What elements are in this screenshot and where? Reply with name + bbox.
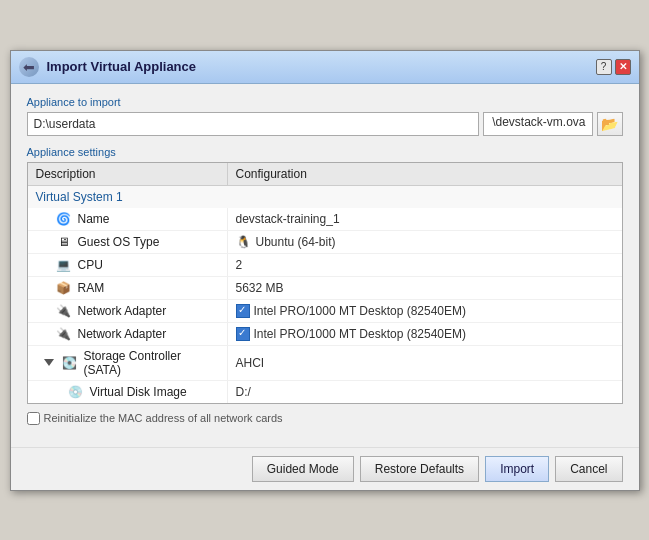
table-row: 🔌 Network Adapter Intel PRO/1000 MT Desk… bbox=[28, 300, 622, 323]
mac-checkbox-label: Reinitialize the MAC address of all netw… bbox=[44, 412, 283, 424]
os-icon: 🖥 bbox=[56, 234, 72, 250]
ubuntu-icon: 🐧 bbox=[236, 234, 252, 250]
ram-value: 5632 MB bbox=[236, 281, 284, 295]
row-label-name: Name bbox=[78, 212, 110, 226]
row-desc-vdisk: 💿 Virtual Disk Image bbox=[28, 381, 228, 403]
row-conf-os: 🐧 Ubuntu (64-bit) bbox=[228, 231, 622, 253]
table-row: 📦 RAM 5632 MB bbox=[28, 277, 622, 300]
virtual-system-label: Virtual System 1 bbox=[28, 186, 622, 208]
ram-icon: 📦 bbox=[56, 280, 72, 296]
vdisk-value: D:/ bbox=[236, 385, 251, 399]
guided-mode-button[interactable]: Guided Mode bbox=[252, 456, 354, 482]
row-desc-os: 🖥 Guest OS Type bbox=[28, 231, 228, 253]
cancel-button[interactable]: Cancel bbox=[555, 456, 622, 482]
dialog-title: Import Virtual Appliance bbox=[47, 59, 588, 74]
table-row: 🔌 Network Adapter Intel PRO/1000 MT Desk… bbox=[28, 323, 622, 346]
appliance-settings-label: Appliance settings bbox=[27, 146, 623, 158]
import-button[interactable]: Import bbox=[485, 456, 549, 482]
cpu-value: 2 bbox=[236, 258, 243, 272]
import-dialog: ⬅ Import Virtual Appliance ? ✕ Appliance… bbox=[10, 50, 640, 491]
row-conf-net2: Intel PRO/1000 MT Desktop (82540EM) bbox=[228, 324, 622, 344]
dialog-content: Appliance to import \devstack-vm.ova 📂 A… bbox=[11, 84, 639, 447]
help-button[interactable]: ? bbox=[596, 59, 612, 75]
table-row: 🌀 Name devstack-training_1 bbox=[28, 208, 622, 231]
storage-icon: 💽 bbox=[62, 355, 78, 371]
net1-icon: 🔌 bbox=[56, 303, 72, 319]
vdisk-icon: 💿 bbox=[68, 384, 84, 400]
name-icon: 🌀 bbox=[56, 211, 72, 227]
net1-checkbox[interactable] bbox=[236, 304, 250, 318]
row-label-net1: Network Adapter bbox=[78, 304, 167, 318]
row-conf-cpu: 2 bbox=[228, 255, 622, 275]
row-conf-ram: 5632 MB bbox=[228, 278, 622, 298]
table-row: 🖥 Guest OS Type 🐧 Ubuntu (64-bit) bbox=[28, 231, 622, 254]
mac-checkbox-row: Reinitialize the MAC address of all netw… bbox=[27, 412, 623, 425]
title-bar-buttons: ? ✕ bbox=[596, 59, 631, 75]
row-desc-net2: 🔌 Network Adapter bbox=[28, 323, 228, 345]
row-label-cpu: CPU bbox=[78, 258, 103, 272]
dialog-icon: ⬅ bbox=[19, 57, 39, 77]
row-conf-net1: Intel PRO/1000 MT Desktop (82540EM) bbox=[228, 301, 622, 321]
os-value: Ubuntu (64-bit) bbox=[256, 235, 336, 249]
row-label-net2: Network Adapter bbox=[78, 327, 167, 341]
expand-icon bbox=[44, 359, 54, 366]
row-conf-storage: AHCI bbox=[228, 353, 622, 373]
row-label-os: Guest OS Type bbox=[78, 235, 160, 249]
cpu-icon: 💻 bbox=[56, 257, 72, 273]
net1-value: Intel PRO/1000 MT Desktop (82540EM) bbox=[254, 304, 467, 318]
row-label-ram: RAM bbox=[78, 281, 105, 295]
table-row: 💽 Storage Controller (SATA) AHCI bbox=[28, 346, 622, 381]
bottom-bar: Guided Mode Restore Defaults Import Canc… bbox=[11, 447, 639, 490]
name-value: devstack-training_1 bbox=[236, 212, 340, 226]
net2-value: Intel PRO/1000 MT Desktop (82540EM) bbox=[254, 327, 467, 341]
col-description-header: Description bbox=[28, 163, 228, 185]
file-row: \devstack-vm.ova 📂 bbox=[27, 112, 623, 136]
row-desc-ram: 📦 RAM bbox=[28, 277, 228, 299]
table-header: Description Configuration bbox=[28, 163, 622, 186]
file-path-input[interactable] bbox=[27, 112, 479, 136]
storage-value: AHCI bbox=[236, 356, 265, 370]
table-row: 💻 CPU 2 bbox=[28, 254, 622, 277]
restore-defaults-button[interactable]: Restore Defaults bbox=[360, 456, 479, 482]
row-desc-net1: 🔌 Network Adapter bbox=[28, 300, 228, 322]
net2-checkbox[interactable] bbox=[236, 327, 250, 341]
close-button[interactable]: ✕ bbox=[615, 59, 631, 75]
row-desc-storage: 💽 Storage Controller (SATA) bbox=[28, 346, 228, 380]
row-desc-name: 🌀 Name bbox=[28, 208, 228, 230]
col-configuration-header: Configuration bbox=[228, 163, 622, 185]
row-label-storage: Storage Controller (SATA) bbox=[84, 349, 219, 377]
row-desc-cpu: 💻 CPU bbox=[28, 254, 228, 276]
row-label-vdisk: Virtual Disk Image bbox=[90, 385, 187, 399]
mac-checkbox[interactable] bbox=[27, 412, 40, 425]
browse-icon: 📂 bbox=[601, 116, 618, 132]
settings-table: Description Configuration Virtual System… bbox=[27, 162, 623, 404]
appliance-to-import-label: Appliance to import bbox=[27, 96, 623, 108]
file-suffix: \devstack-vm.ova bbox=[483, 112, 593, 136]
title-bar: ⬅ Import Virtual Appliance ? ✕ bbox=[11, 51, 639, 84]
net2-icon: 🔌 bbox=[56, 326, 72, 342]
table-row: 💿 Virtual Disk Image D:/ bbox=[28, 381, 622, 403]
row-conf-vdisk: D:/ bbox=[228, 382, 622, 402]
row-conf-name: devstack-training_1 bbox=[228, 209, 622, 229]
browse-button[interactable]: 📂 bbox=[597, 112, 623, 136]
